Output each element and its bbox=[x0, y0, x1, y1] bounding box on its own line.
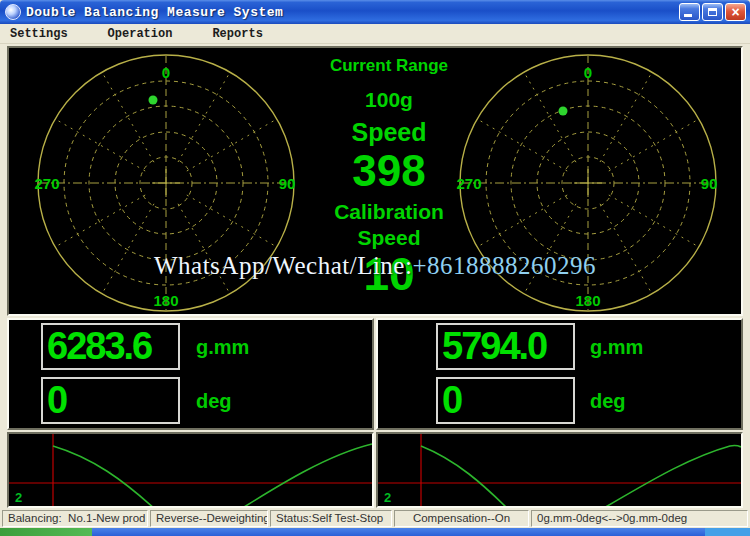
title-bar[interactable]: Double Balancing Measure System × bbox=[0, 0, 750, 24]
angle-display-left: 0 bbox=[41, 377, 180, 424]
polar-left-label-270: 270 bbox=[34, 175, 59, 192]
amount-display-right: 5794.0 bbox=[436, 323, 575, 370]
window-title: Double Balancing Measure System bbox=[26, 5, 283, 20]
status-state: Status:Self Test-Stop bbox=[270, 510, 392, 527]
current-range-value: 100g bbox=[365, 88, 413, 112]
current-range-label: Current Range bbox=[330, 56, 448, 76]
channel-label-left: 2 bbox=[15, 490, 22, 505]
angle-value-right: 0 bbox=[442, 379, 461, 421]
menu-item-operation[interactable]: Operation bbox=[102, 25, 179, 43]
unbalance-dot-right bbox=[559, 107, 568, 116]
polar-left-label-90: 90 bbox=[279, 175, 296, 192]
measurement-panel-left: 6283.6 g.mm 0 deg bbox=[7, 318, 374, 430]
close-icon: × bbox=[731, 5, 739, 19]
amount-unit-left: g.mm bbox=[196, 336, 249, 359]
calibration-label-line2: Speed bbox=[357, 226, 420, 250]
status-bar: Balancing: No.1-New prod Reverse--Deweig… bbox=[0, 509, 750, 528]
status-residual: 0g.mm-0deg<-->0g.mm-0deg bbox=[531, 510, 748, 527]
status-compensation: Compensation--On bbox=[394, 510, 529, 527]
amount-display-left: 6283.6 bbox=[41, 323, 180, 370]
taskbar-sliver bbox=[0, 528, 750, 536]
watermark: WhatsApp/Wechat/Line:+8618888260296 bbox=[0, 252, 750, 280]
angle-value-left: 0 bbox=[47, 379, 66, 421]
app-icon bbox=[5, 4, 21, 20]
menu-bar: Settings Operation Reports bbox=[0, 24, 750, 44]
status-mode: Reverse--Deweighting bbox=[150, 510, 268, 527]
speed-value: 398 bbox=[352, 148, 425, 194]
angle-display-right: 0 bbox=[436, 377, 575, 424]
menu-item-settings[interactable]: Settings bbox=[4, 25, 74, 43]
restore-icon bbox=[708, 8, 717, 16]
polar-right-label-180: 180 bbox=[575, 292, 600, 309]
polar-left-label-180: 180 bbox=[153, 292, 178, 309]
status-balancing: Balancing: No.1-New prod bbox=[2, 510, 148, 527]
minimize-icon bbox=[684, 14, 692, 17]
close-button[interactable]: × bbox=[725, 3, 746, 21]
angle-unit-right: deg bbox=[590, 390, 626, 413]
unbalance-dot-left bbox=[149, 96, 158, 105]
taskbar-tray-fragment bbox=[705, 528, 750, 536]
waveform-panel-left: 2 bbox=[7, 432, 374, 508]
watermark-prefix: WhatsApp/Wechat/Line: bbox=[154, 252, 412, 279]
taskbar-start-fragment bbox=[0, 528, 92, 536]
menu-item-reports[interactable]: Reports bbox=[206, 25, 268, 43]
speed-label: Speed bbox=[351, 118, 426, 146]
amount-value-left: 6283.6 bbox=[47, 325, 151, 367]
amount-value-right: 5794.0 bbox=[442, 325, 546, 367]
waveform-chart-left: 2 bbox=[9, 434, 372, 506]
waveform-chart-right: 2 bbox=[378, 434, 741, 506]
angle-unit-left: deg bbox=[196, 390, 232, 413]
polar-right-label-90: 90 bbox=[701, 175, 718, 192]
measurement-panel-right: 5794.0 g.mm 0 deg bbox=[376, 318, 743, 430]
restore-button[interactable] bbox=[702, 3, 723, 21]
polar-left-label-0: 0 bbox=[162, 64, 170, 81]
window-controls: × bbox=[679, 3, 746, 21]
calibration-label-line1: Calibration bbox=[334, 200, 444, 224]
waveform-panel-right: 2 bbox=[376, 432, 743, 508]
watermark-number: +8618888260296 bbox=[412, 252, 596, 279]
taskbar-middle-fragment bbox=[92, 528, 705, 536]
minimize-button[interactable] bbox=[679, 3, 700, 21]
channel-label-right: 2 bbox=[384, 490, 391, 505]
amount-unit-right: g.mm bbox=[590, 336, 643, 359]
polar-right-label-0: 0 bbox=[584, 64, 592, 81]
